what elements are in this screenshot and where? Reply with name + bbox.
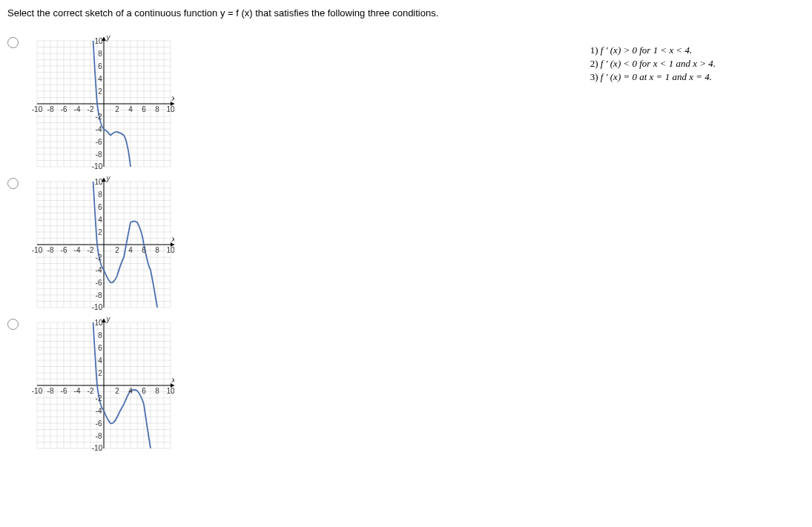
svg-text:10: 10 — [94, 178, 103, 186]
question-text: Select the correct sketch of a continuou… — [7, 7, 805, 19]
svg-text:y: y — [106, 315, 111, 323]
svg-text:-4: -4 — [74, 105, 81, 113]
option-1-graph: -10-8-6-4-2 246810 108642 -2-4-6-8-10 x … — [26, 33, 174, 174]
svg-text:-8: -8 — [96, 432, 102, 440]
svg-text:y: y — [106, 33, 111, 42]
svg-text:-6: -6 — [61, 387, 67, 395]
conditions: 1) f ′ (x) > 0 for 1 < x < 4. 2) f ′ (x)… — [590, 44, 716, 456]
svg-text:-10: -10 — [32, 246, 43, 254]
svg-text:-8: -8 — [96, 150, 102, 159]
svg-text:-6: -6 — [61, 246, 67, 254]
option-1-row: -10-8-6-4-2 246810 108642 -2-4-6-8-10 x … — [7, 33, 174, 174]
svg-text:8: 8 — [155, 246, 159, 254]
svg-text:4: 4 — [128, 387, 133, 395]
svg-text:-8: -8 — [47, 246, 54, 254]
svg-text:2: 2 — [98, 369, 102, 377]
option-2-graph: -10-8-6-4-2 246810 108642 -2-4-6-8-10 x … — [26, 174, 174, 315]
svg-text:8: 8 — [155, 387, 159, 395]
svg-text:-4: -4 — [96, 125, 102, 133]
svg-text:-4: -4 — [74, 387, 81, 395]
svg-text:x: x — [171, 94, 175, 102]
condition-1: 1) f ′ (x) > 0 for 1 < x < 4. — [590, 44, 716, 56]
svg-text:8: 8 — [155, 105, 159, 113]
svg-text:10: 10 — [166, 387, 174, 395]
svg-text:2: 2 — [115, 387, 119, 395]
svg-text:8: 8 — [98, 50, 102, 58]
svg-text:-8: -8 — [96, 291, 102, 299]
svg-text:10: 10 — [94, 37, 103, 45]
option-3-graph: -10-8-6-4-2 246810 108642 -2-4-6-8-10 x … — [26, 315, 174, 456]
svg-text:2: 2 — [115, 246, 119, 254]
svg-text:-4: -4 — [96, 407, 102, 415]
svg-text:6: 6 — [98, 344, 102, 352]
svg-text:6: 6 — [142, 387, 146, 395]
svg-text:-10: -10 — [92, 303, 103, 311]
svg-text:6: 6 — [142, 246, 146, 254]
svg-text:-6: -6 — [96, 279, 102, 287]
svg-text:-4: -4 — [96, 266, 102, 274]
svg-text:-4: -4 — [74, 246, 81, 254]
svg-text:2: 2 — [115, 105, 119, 113]
svg-text:y: y — [106, 174, 111, 182]
svg-text:-10: -10 — [32, 387, 43, 395]
svg-text:10: 10 — [166, 105, 174, 113]
option-1-radio[interactable] — [7, 37, 19, 48]
svg-text:8: 8 — [98, 190, 102, 199]
svg-text:-8: -8 — [47, 387, 54, 395]
svg-text:x: x — [171, 235, 175, 243]
svg-text:8: 8 — [98, 331, 102, 339]
svg-text:-10: -10 — [92, 444, 103, 452]
svg-text:-6: -6 — [96, 420, 102, 428]
svg-text:6: 6 — [98, 62, 102, 70]
svg-text:4: 4 — [98, 357, 102, 365]
svg-text:4: 4 — [98, 216, 102, 224]
option-3-row: -10-8-6-4-2 246810 108642 -2-4-6-8-10 x … — [7, 315, 174, 456]
svg-text:-2: -2 — [96, 394, 102, 402]
condition-2: 2) f ′ (x) < 0 for x < 1 and x > 4. — [590, 58, 716, 70]
svg-text:-8: -8 — [47, 105, 54, 113]
option-2-row: -10-8-6-4-2 246810 108642 -2-4-6-8-10 x … — [7, 174, 174, 315]
svg-text:-2: -2 — [96, 113, 102, 121]
svg-text:2: 2 — [98, 87, 102, 96]
svg-text:6: 6 — [142, 105, 146, 113]
svg-text:4: 4 — [128, 246, 133, 254]
svg-text:10: 10 — [94, 319, 103, 327]
svg-text:-10: -10 — [92, 162, 103, 170]
svg-text:-6: -6 — [96, 138, 102, 146]
svg-text:10: 10 — [166, 246, 174, 254]
svg-text:-2: -2 — [88, 105, 94, 113]
svg-text:6: 6 — [98, 203, 102, 211]
svg-text:x: x — [171, 376, 175, 384]
condition-3: 3) f ′ (x) = 0 at x = 1 and x = 4. — [590, 71, 716, 83]
svg-text:-2: -2 — [96, 253, 102, 262]
svg-text:-10: -10 — [32, 105, 43, 113]
svg-text:4: 4 — [98, 75, 102, 83]
option-2-radio[interactable] — [7, 178, 19, 189]
svg-text:-2: -2 — [88, 246, 94, 254]
svg-text:4: 4 — [128, 105, 133, 113]
svg-text:-6: -6 — [61, 105, 67, 113]
svg-text:2: 2 — [98, 228, 102, 236]
option-3-radio[interactable] — [7, 319, 19, 330]
svg-text:-2: -2 — [88, 387, 94, 395]
